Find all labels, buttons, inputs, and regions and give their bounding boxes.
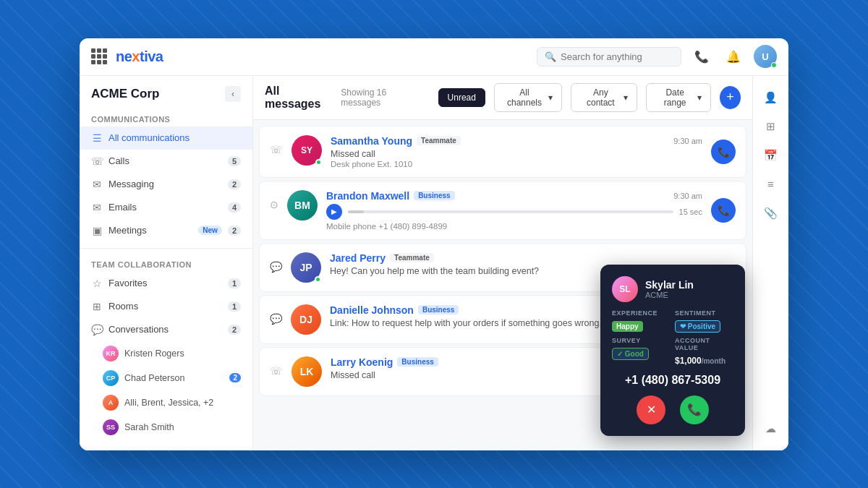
chad-avatar: CP xyxy=(103,370,119,386)
popup-call-actions: ✕ 📞 xyxy=(612,395,733,424)
danielle-tag: Business xyxy=(418,305,459,314)
chevron-down-icon: ▾ xyxy=(548,93,553,103)
section-label-team: Team collaboration xyxy=(80,254,252,272)
samantha-text: Missed call xyxy=(331,149,702,159)
play-voicemail-button[interactable]: ▶ xyxy=(326,204,342,220)
samantha-call-button[interactable]: 📞 xyxy=(711,140,736,164)
sidebar-item-messaging[interactable]: ✉ Messaging 2 xyxy=(80,173,252,196)
date-range-filter-button[interactable]: Date range ▾ xyxy=(646,83,710,112)
audio-progress-bar[interactable] xyxy=(348,210,673,213)
sidebar-item-meetings[interactable]: ▣ Meetings New 2 xyxy=(80,219,252,242)
danielle-avatar: DJ xyxy=(291,304,321,335)
sidebar-item-calls[interactable]: ☏ Calls 5 xyxy=(80,150,252,173)
contact-icon-button[interactable]: 👤 xyxy=(758,85,784,111)
decline-call-button[interactable]: ✕ xyxy=(637,395,665,424)
search-icon: 🔍 xyxy=(545,51,556,62)
favorites-badge: 1 xyxy=(228,278,241,288)
sidebar-header: ACME Corp ‹ xyxy=(80,76,252,109)
message-card-brandon[interactable]: ⊙ BM Brandon Maxwell Business 9:30 am xyxy=(259,181,746,240)
meetings-count-badge: 2 xyxy=(228,226,241,236)
jared-tag: Teammate xyxy=(390,253,434,262)
sidebar-item-conversations[interactable]: 💬 Conversations 2 xyxy=(80,318,252,341)
sidebar: ACME Corp ‹ Communications ☰ All communi… xyxy=(80,76,253,450)
voicemail-type-icon: ⊙ xyxy=(270,199,278,210)
alli-avatar: A xyxy=(103,395,119,411)
meetings-icon: ▣ xyxy=(91,225,103,236)
chad-name: Chad Peterson xyxy=(124,373,184,383)
experience-label: EXPERIENCE xyxy=(612,309,671,317)
grid-menu-icon[interactable] xyxy=(91,48,107,64)
samantha-time: 9:30 am xyxy=(673,137,702,145)
sub-item-kristen[interactable]: KR Kristen Rogers xyxy=(80,341,252,366)
kristen-avatar: KR xyxy=(103,346,119,361)
brandon-sub: Mobile phone +1 (480) 899-4899 xyxy=(326,222,702,231)
notifications-button[interactable]: 🔔 xyxy=(722,45,745,68)
all-channels-filter-button[interactable]: All channels ▾ xyxy=(494,83,562,112)
call-type-icon-samantha: ☏ xyxy=(270,144,283,155)
account-label: ACCOUNT VALUE xyxy=(675,337,733,351)
calendar-icon-button[interactable]: 📅 xyxy=(758,142,784,168)
sidebar-item-all-communications[interactable]: ☰ All communications xyxy=(80,127,252,150)
messaging-icon: ✉ xyxy=(91,179,103,190)
search-box[interactable]: 🔍 xyxy=(537,47,681,67)
samantha-tag: Teammate xyxy=(417,136,461,145)
samantha-content: Samantha Young Teammate 9:30 am Missed c… xyxy=(331,135,702,168)
chad-badge: 2 xyxy=(229,373,241,382)
message-card-samantha[interactable]: ☏ SY Samantha Young Teammate 9:30 am Mis xyxy=(259,126,746,178)
list-icon-button[interactable]: ≡ xyxy=(758,171,784,197)
sidebar-item-emails[interactable]: ✉ Emails 4 xyxy=(80,196,252,219)
showing-count: Showing 16 messages xyxy=(341,87,420,108)
sidebar-item-favorites[interactable]: ☆ Favorites 1 xyxy=(80,272,252,295)
sarah-name: Sarah Smith xyxy=(124,422,174,432)
survey-stat: SURVEY ✓ Good xyxy=(612,337,671,367)
call-popup: SL Skylar Lin ACME EXPERIENCE Happy SENT… xyxy=(600,265,745,436)
rooms-badge: 1 xyxy=(228,301,241,312)
account-value: $1,000/month xyxy=(675,356,726,366)
voicemail-controls: ▶ 15 sec xyxy=(326,204,702,220)
any-contact-filter-button[interactable]: Any contact ▾ xyxy=(571,83,637,112)
voicemail-duration: 15 sec xyxy=(679,207,702,216)
sentiment-stat: SENTIMENT ❤ Positive xyxy=(675,309,733,333)
sentiment-value: ❤ Positive xyxy=(675,320,720,333)
message-type-icon-jared: 💬 xyxy=(270,261,282,273)
samantha-name: Samantha Young xyxy=(331,135,412,147)
sub-item-sarah[interactable]: SS Sarah Smith xyxy=(80,415,252,440)
call-type-icon-larry: ☏ xyxy=(270,365,283,377)
accept-call-button[interactable]: 📞 xyxy=(680,395,709,424)
calls-badge: 5 xyxy=(228,156,241,166)
jared-name: Jared Perry xyxy=(330,252,386,264)
brandon-call-button[interactable]: 📞 xyxy=(711,198,736,223)
popup-phone-number: +1 (480) 867-5309 xyxy=(612,374,733,387)
phone-nav-button[interactable]: 📞 xyxy=(690,45,713,68)
larry-tag: Business xyxy=(397,357,438,367)
brandon-tag: Business xyxy=(414,191,454,200)
favorites-icon: ☆ xyxy=(91,278,103,289)
avatar-initials: U xyxy=(762,51,768,62)
user-avatar[interactable]: U xyxy=(754,45,777,68)
jared-online-dot xyxy=(315,276,321,283)
rooms-icon: ⊞ xyxy=(91,301,103,312)
online-status-dot xyxy=(315,159,322,166)
logo: nextiva xyxy=(116,48,163,65)
meetings-new-badge: New xyxy=(198,226,222,235)
sidebar-item-rooms[interactable]: ⊞ Rooms 1 xyxy=(80,295,252,318)
grid-icon-button[interactable]: ⊞ xyxy=(758,114,784,140)
conversations-badge: 2 xyxy=(228,325,241,335)
add-message-button[interactable]: + xyxy=(720,86,741,109)
sub-item-alli[interactable]: A Alli, Brent, Jessica, +2 xyxy=(80,390,252,415)
popup-contact-row: SL Skylar Lin ACME xyxy=(612,276,733,302)
decline-icon: ✕ xyxy=(647,403,656,416)
alli-name: Alli, Brent, Jessica, +2 xyxy=(124,398,213,408)
audio-fill xyxy=(348,210,364,213)
search-input[interactable] xyxy=(561,51,673,62)
chevron-down-icon2: ▾ xyxy=(624,93,628,103)
cloud-icon-button[interactable]: ☁ xyxy=(758,416,784,442)
collapse-sidebar-button[interactable]: ‹ xyxy=(225,86,241,102)
samantha-avatar: SY xyxy=(292,135,322,166)
unread-filter-button[interactable]: Unread xyxy=(438,88,485,107)
sub-item-chad[interactable]: CP Chad Peterson 2 xyxy=(80,366,252,390)
attachment-icon-button[interactable]: 📎 xyxy=(758,200,784,226)
sidebar-item-label: All communications xyxy=(109,132,241,143)
jared-avatar: JP xyxy=(291,252,321,283)
account-stat: ACCOUNT VALUE $1,000/month xyxy=(675,337,733,367)
